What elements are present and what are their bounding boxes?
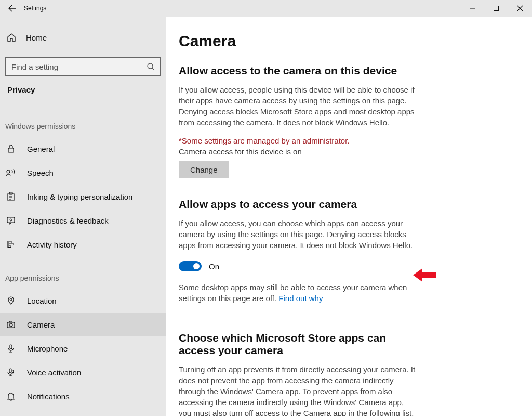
section3-title: Choose which Microsoft Store apps can ac… (179, 332, 407, 357)
group-windows-permissions: Windows permissions (0, 122, 166, 131)
section1-title: Allow access to the camera on this devic… (179, 64, 418, 77)
svg-rect-18 (8, 246, 11, 248)
search-box[interactable] (5, 57, 161, 76)
svg-line-5 (152, 68, 154, 70)
svg-point-19 (10, 298, 12, 301)
home-label: Home (26, 33, 47, 42)
lock-icon (5, 144, 17, 153)
section1-desc: If you allow access, people using this d… (179, 84, 418, 128)
svg-point-21 (9, 323, 12, 327)
section-label: Privacy (0, 85, 166, 94)
camera-icon (5, 320, 17, 329)
clipboard-icon (5, 192, 17, 201)
section3-desc: Turning off an app prevents it from dire… (179, 364, 418, 416)
svg-rect-16 (8, 242, 12, 243)
content: Camera Allow access to the camera on thi… (166, 17, 532, 416)
svg-rect-6 (8, 148, 14, 152)
change-button[interactable]: Change (179, 161, 229, 178)
device-camera-status: Camera access for this device is on (179, 147, 418, 156)
nav-speech[interactable]: Speech (0, 161, 166, 185)
titlebar: Settings (0, 0, 532, 17)
maximize-icon (493, 5, 499, 11)
arrow-callout (413, 267, 436, 285)
minimize-icon (469, 5, 475, 11)
allow-apps-toggle[interactable] (179, 261, 202, 271)
nav-diagnostics[interactable]: Diagnostics & feedback (0, 209, 166, 232)
nav-voice-activation[interactable]: Voice activation (0, 360, 166, 384)
maximize-button[interactable] (484, 0, 508, 17)
nav-location[interactable]: Location (0, 289, 166, 313)
svg-rect-17 (8, 244, 14, 245)
bell-icon (5, 392, 17, 401)
nav-activity[interactable]: Activity history (0, 232, 166, 256)
home-nav[interactable]: Home (0, 27, 166, 48)
svg-rect-22 (10, 345, 12, 349)
feedback-icon (5, 216, 17, 225)
section2-desc: If you allow access, you can choose whic… (179, 218, 418, 251)
microphone-icon (5, 344, 17, 353)
svg-point-14 (10, 219, 12, 221)
allow-apps-toggle-label: On (209, 262, 219, 271)
back-arrow-icon (8, 4, 16, 12)
nav-microphone[interactable]: Microphone (0, 336, 166, 360)
svg-rect-23 (9, 369, 11, 373)
location-icon (5, 296, 17, 305)
search-input[interactable] (11, 62, 131, 71)
search-icon (147, 62, 155, 71)
nav-general[interactable]: General (0, 137, 166, 161)
voice-activation-icon (5, 368, 17, 377)
close-icon (517, 5, 523, 11)
back-button[interactable] (0, 0, 24, 17)
minimize-button[interactable] (460, 0, 484, 17)
speech-icon (5, 168, 17, 177)
home-icon (6, 33, 17, 42)
nav-inking[interactable]: Inking & typing personalization (0, 185, 166, 209)
activity-icon (5, 240, 17, 249)
svg-point-4 (148, 63, 153, 69)
svg-marker-24 (413, 268, 436, 282)
svg-rect-1 (494, 6, 499, 11)
nav-camera[interactable]: Camera (0, 313, 166, 336)
page-title: Camera (179, 32, 418, 50)
find-out-why-link[interactable]: Find out why (278, 294, 323, 303)
close-button[interactable] (508, 0, 532, 17)
nav-notifications[interactable]: Notifications (0, 384, 166, 408)
sidebar: Home Privacy Windows permissions General… (0, 17, 166, 416)
svg-point-7 (7, 170, 10, 173)
svg-rect-13 (7, 217, 15, 223)
group-app-permissions: App permissions (0, 274, 166, 282)
section2-title: Allow apps to access your camera (179, 198, 418, 211)
admin-note: *Some settings are managed by an adminis… (179, 136, 418, 145)
desktop-note: Some desktop apps may still be able to a… (179, 282, 418, 304)
window-title: Settings (24, 5, 46, 12)
